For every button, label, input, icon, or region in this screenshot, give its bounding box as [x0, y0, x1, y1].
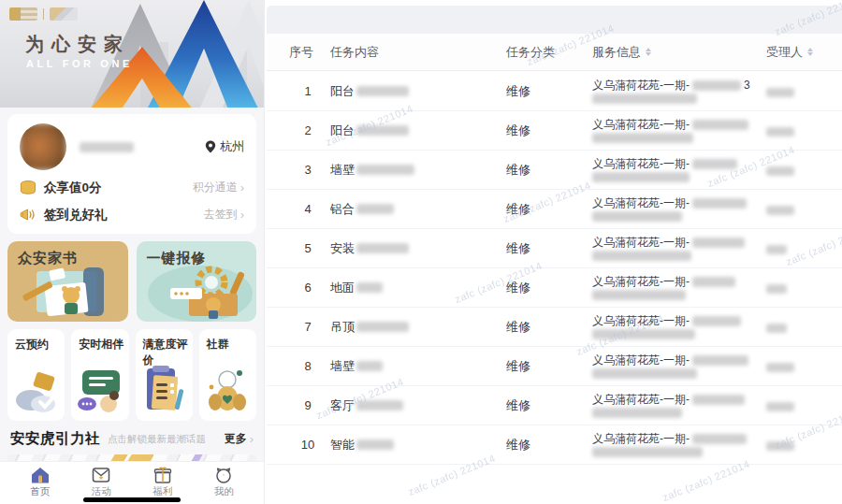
col-index: 序号 — [289, 44, 327, 61]
table-row[interactable]: 3 墙壁 维修 义乌蒲荷花苑-一期- — [267, 151, 842, 190]
row-index: 2 — [289, 123, 327, 137]
service-info-cell: 义乌蒲荷花苑-一期-3 — [592, 79, 766, 104]
handler-cell — [766, 398, 842, 412]
tab-profile[interactable]: 我的 — [194, 467, 255, 504]
community-illustration — [202, 367, 253, 415]
task-content-cell: 地面 — [327, 280, 506, 296]
table-row[interactable]: 4 铝合 维修 义乌蒲荷花苑-一期- — [267, 190, 842, 229]
redacted-text — [592, 172, 690, 182]
redacted-text — [356, 400, 403, 410]
row-index: 4 — [289, 202, 327, 216]
sort-icon[interactable] — [807, 48, 813, 56]
table-row[interactable]: 7 吊顶 维修 义乌蒲荷花苑-一期- — [267, 308, 842, 347]
feature-card-family-letter[interactable]: 众安家书 — [7, 241, 128, 322]
quick-action-companion[interactable]: 安时相伴 — [71, 329, 128, 421]
row-index: 5 — [289, 241, 327, 255]
tab-label: 活动 — [92, 485, 111, 498]
screenshot-root: 为心安家 ALL FOR ONE 杭州 众享值0分 积分通道 — [0, 0, 842, 504]
table-row[interactable]: 10 智能 维修 义乌蒲荷花苑-一期- — [267, 425, 842, 465]
service-info-cell: 义乌蒲荷花苑-一期- — [592, 236, 766, 261]
points-label: 众享值0分 — [44, 180, 193, 196]
points-link[interactable]: 积分通道 — [193, 180, 238, 195]
home-indicator — [83, 497, 181, 502]
table-row[interactable]: 5 安装 维修 义乌蒲荷花苑-一期- — [267, 229, 842, 268]
redacted-text — [356, 204, 394, 214]
service-info-cell: 义乌蒲荷花苑-一期- — [592, 432, 766, 457]
redacted-text — [766, 324, 787, 333]
task-category-cell: 维修 — [506, 397, 592, 414]
quick-action-satisfaction-review[interactable]: 满意度评价 — [136, 329, 193, 421]
redacted-text — [592, 368, 697, 379]
task-category-cell: 维修 — [506, 437, 592, 454]
family-letter-illustration — [18, 264, 128, 322]
sort-icon[interactable] — [646, 48, 651, 56]
redacted-text — [766, 402, 794, 411]
redacted-text — [356, 361, 383, 371]
tab-label: 我的 — [214, 485, 234, 498]
redacted-text — [692, 198, 747, 209]
redacted-text — [592, 447, 703, 457]
feature-card-label: 一键报修 — [147, 250, 257, 267]
redacted-text — [692, 434, 747, 444]
community-title: 安安虎引力社 — [10, 429, 100, 449]
banner-subtitle: ALL FOR ONE — [26, 58, 133, 69]
handler-cell — [766, 123, 842, 137]
brand-logos — [9, 7, 78, 22]
redacted-text — [592, 94, 697, 104]
task-category-cell: 维修 — [506, 319, 592, 336]
service-info-cell: 义乌蒲荷花苑-一期- — [592, 275, 766, 300]
table-row[interactable]: 9 客厅 维修 义乌蒲荷花苑-一期- — [267, 386, 842, 425]
redacted-text — [356, 282, 383, 293]
redacted-text — [356, 439, 394, 450]
redacted-text — [692, 355, 748, 366]
table-row[interactable]: 8 墙壁 维修 义乌蒲荷花苑-一期- — [267, 347, 842, 386]
row-index: 10 — [289, 438, 327, 452]
signin-link[interactable]: 去签到 — [204, 207, 238, 223]
col-task-category: 任务分类 — [506, 44, 592, 61]
mobile-app-panel: 为心安家 ALL FOR ONE 杭州 众享值0分 积分通道 — [0, 0, 265, 504]
task-category-cell: 维修 — [506, 122, 592, 139]
points-row[interactable]: 众享值0分 积分通道 › — [20, 174, 244, 201]
redacted-text — [766, 245, 787, 254]
redacted-text — [766, 206, 794, 215]
service-info-cell: 义乌蒲荷花苑-一期- — [592, 196, 766, 222]
community-more-link[interactable]: 更多 — [225, 431, 247, 447]
tab-home[interactable]: 首页 — [9, 467, 71, 504]
megaphone-icon — [20, 208, 36, 222]
handler-cell — [766, 281, 842, 295]
redacted-text — [692, 238, 745, 248]
handler-cell — [766, 320, 842, 334]
brand-logo-left — [9, 7, 37, 21]
quick-action-label: 云预约 — [15, 337, 65, 353]
col-service-info[interactable]: 服务信息 — [592, 44, 766, 61]
quick-action-cloud-booking[interactable]: 云预约 — [7, 329, 65, 421]
task-category-cell: 维修 — [506, 358, 592, 375]
task-category-cell: 维修 — [506, 162, 592, 179]
task-content-cell: 铝合 — [327, 201, 506, 218]
col-handler[interactable]: 受理人 — [766, 44, 842, 61]
task-content-cell: 墙壁 — [327, 358, 506, 375]
redacted-text — [766, 363, 794, 372]
redacted-text — [356, 125, 409, 136]
redacted-text — [766, 441, 794, 451]
redacted-text — [356, 322, 409, 332]
handler-cell — [766, 202, 842, 216]
avatar[interactable] — [20, 123, 66, 170]
chevron-right-icon: › — [240, 209, 244, 221]
redacted-text — [766, 88, 794, 97]
service-info-cell: 义乌蒲荷花苑-一期- — [592, 118, 766, 143]
table-row[interactable]: 6 地面 维修 义乌蒲荷花苑-一期- — [267, 268, 842, 308]
location-label: 杭州 — [220, 138, 244, 155]
location[interactable]: 杭州 — [205, 138, 244, 155]
review-illustration — [139, 365, 188, 415]
signin-row[interactable]: 签到兑好礼 去签到 › — [20, 201, 244, 228]
feature-card-one-key-repair[interactable]: 一键报修 — [137, 241, 257, 322]
app-banner: 为心安家 ALL FOR ONE — [0, 0, 264, 108]
redacted-text — [592, 211, 682, 222]
task-content-cell: 客厅 — [327, 397, 506, 414]
envelope-icon — [92, 467, 110, 483]
signin-label: 签到兑好礼 — [44, 207, 204, 223]
table-row[interactable]: 1 阳台 维修 义乌蒲荷花苑-一期-3 — [267, 72, 842, 111]
table-row[interactable]: 2 阳台 维修 义乌蒲荷花苑-一期- — [267, 111, 842, 151]
quick-action-community[interactable]: 社群 — [199, 329, 256, 421]
